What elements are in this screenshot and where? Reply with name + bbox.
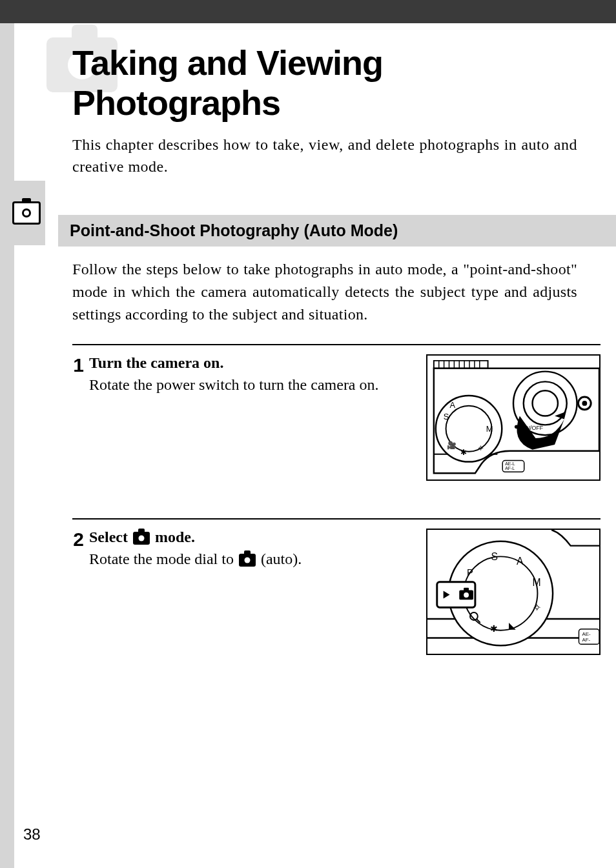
svg-text:✱: ✱ <box>490 623 498 633</box>
svg-text:S: S <box>491 551 498 562</box>
svg-text:🎥: 🎥 <box>447 440 457 449</box>
step-title: Turn the camera on. <box>89 354 416 372</box>
svg-text:ON/OFF: ON/OFF <box>522 425 544 431</box>
svg-point-23 <box>582 401 587 406</box>
svg-text:P: P <box>467 567 473 578</box>
step-number: 2 <box>72 529 84 549</box>
svg-text:✧: ✧ <box>477 443 484 452</box>
step-number: 1 <box>72 354 84 375</box>
power-switch-figure: S A M ✧ ✱ 🎥 <box>426 354 601 481</box>
svg-point-25 <box>515 425 518 429</box>
svg-text:✱: ✱ <box>460 447 467 456</box>
step-desc: Rotate the mode dial to (auto). <box>89 549 416 570</box>
svg-text:A: A <box>517 556 524 567</box>
svg-point-39 <box>464 592 469 598</box>
step-desc: Rotate the power switch to turn the came… <box>89 374 416 396</box>
step-desc-pre: Rotate the mode dial to <box>89 550 238 567</box>
mode-dial-illustration: S A M ✧ P ✱ ◣ AE- <box>427 530 599 654</box>
title-area: Taking and Viewing Photographs This chap… <box>14 23 616 190</box>
step-title-post: mode. <box>151 529 195 545</box>
svg-text:AF-: AF- <box>582 637 590 643</box>
svg-text:S: S <box>444 411 449 421</box>
svg-text:A: A <box>449 399 455 409</box>
top-bar <box>0 0 616 23</box>
chapter-intro: This chapter describes how to take, view… <box>72 134 577 177</box>
page-number: 38 <box>23 825 41 843</box>
svg-rect-38 <box>464 587 469 590</box>
step-1: 1 Turn the camera on. Rotate the power s… <box>72 344 601 500</box>
svg-text:✧: ✧ <box>533 602 541 613</box>
camera-auto-icon <box>239 554 256 567</box>
section-body: Follow the steps below to take photograp… <box>14 258 616 325</box>
camera-icon <box>12 201 41 225</box>
svg-point-21 <box>533 390 558 416</box>
step-title-pre: Select <box>89 529 132 545</box>
svg-text:◣: ◣ <box>509 620 516 630</box>
svg-text:AE-: AE- <box>582 631 591 636</box>
step-title: Select mode. <box>89 529 416 546</box>
mode-dial-figure: S A M ✧ P ✱ ◣ AE- <box>426 529 601 655</box>
steps-list: 1 Turn the camera on. Rotate the power s… <box>14 344 616 674</box>
step-desc-post: (auto). <box>257 550 302 567</box>
svg-text:M: M <box>533 576 541 587</box>
chapter-title: Taking and Viewing Photographs <box>72 43 577 123</box>
step-2: 2 Select mode. Rotate the mode dial to (… <box>72 518 601 674</box>
left-sidebar <box>0 23 14 868</box>
power-switch-illustration: S A M ✧ ✱ 🎥 <box>427 356 599 479</box>
svg-text:M: M <box>486 424 493 434</box>
section-heading: Point-and-Shoot Photography (Auto Mode) <box>58 215 616 247</box>
page-content: Taking and Viewing Photographs This chap… <box>14 23 616 674</box>
camera-auto-icon <box>133 532 150 545</box>
svg-text:AF-L: AF-L <box>505 466 515 470</box>
